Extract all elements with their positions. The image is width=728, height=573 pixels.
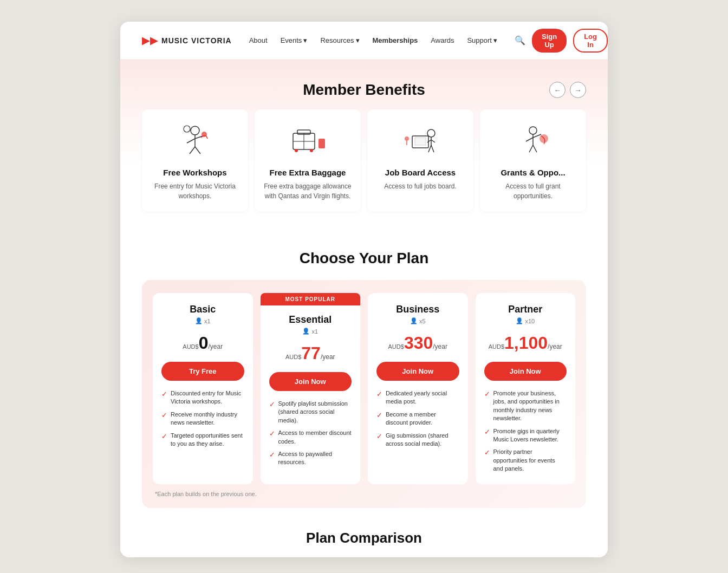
hero-section: Member Benefits ← →	[120, 60, 608, 233]
feature-text: Discounted entry for Music Victoria work…	[171, 389, 244, 406]
workshops-illustration	[151, 122, 239, 160]
plan-btn-business[interactable]: Join Now	[376, 362, 459, 381]
plan-name-essential: Essential	[269, 314, 352, 325]
price-amount-partner: 1,100	[504, 333, 548, 353]
svg-point-17	[427, 129, 435, 137]
plan-card-partner: Partner 👤 x10 AUD$1,100/year Join Now ✓ …	[476, 293, 576, 484]
chevron-down-icon: ▾	[303, 36, 307, 44]
feature-text: Promote your business, jobs, and opportu…	[493, 389, 567, 423]
svg-point-0	[191, 126, 199, 135]
plan-feature: ✓ Promote your business, jobs, and oppor…	[484, 389, 567, 423]
comparison-section: Plan Comparison	[120, 519, 608, 557]
plan-btn-essential[interactable]: Join Now	[269, 372, 352, 391]
plan-users-essential: 👤 x1	[269, 328, 352, 335]
nav-awards[interactable]: Awards	[431, 36, 454, 44]
plan-feature: ✓ Spotify playlist submission (shared ac…	[269, 400, 352, 425]
nav-resources[interactable]: Resources ▾	[320, 36, 359, 44]
carousel-arrows: ← →	[549, 82, 586, 98]
plan-features-basic: ✓ Discounted entry for Music Victoria wo…	[161, 389, 244, 448]
baggage-illustration	[263, 122, 352, 160]
plan-btn-basic[interactable]: Try Free	[161, 362, 244, 381]
svg-line-20	[431, 140, 435, 142]
check-icon: ✓	[269, 429, 275, 439]
logo-icon: ▶▶	[142, 35, 158, 47]
price-amount-basic: 0	[199, 333, 209, 353]
price-amount-essential: 77	[301, 343, 321, 363]
plan-feature: ✓ Priority partner opportunities for eve…	[484, 448, 567, 473]
feature-text: Priority partner opportunities for event…	[493, 448, 567, 473]
check-icon: ✓	[484, 389, 490, 399]
plan-feature: ✓ Discounted entry for Music Victoria wo…	[161, 389, 244, 406]
signup-button[interactable]: Sign Up	[532, 29, 567, 53]
check-icon: ✓	[161, 432, 167, 441]
comparison-title: Plan Comparison	[142, 530, 586, 546]
benefit-title-2: Job Board Access	[376, 168, 465, 177]
check-icon: ✓	[484, 448, 490, 458]
plan-price-basic: AUD$0/year	[161, 333, 244, 353]
check-icon: ✓	[484, 427, 490, 437]
next-arrow-button[interactable]: →	[570, 82, 586, 98]
plan-feature: ✓ Dedicated yearly social media post.	[376, 389, 459, 406]
prev-arrow-button[interactable]: ←	[549, 82, 566, 98]
chevron-down-icon: ▾	[356, 36, 360, 44]
nav-memberships[interactable]: Memberships	[373, 36, 418, 44]
feature-text: Dedicated yearly social media post.	[386, 389, 459, 406]
plan-card-basic: Basic 👤 x1 AUD$0/year Try Free ✓ Discoun…	[153, 293, 253, 484]
jobs-illustration	[376, 122, 465, 160]
feature-text: Access to member discount codes.	[278, 429, 352, 446]
feature-text: Access to paywalled resources.	[278, 450, 352, 467]
benefit-title-1: Free Extra Baggage	[263, 168, 352, 177]
plan-feature: ✓ Access to member discount codes.	[269, 429, 352, 446]
plan-section: Choose Your Plan Basic 👤 x1 AUD$0/year T…	[120, 233, 608, 519]
plan-section-title: Choose Your Plan	[142, 250, 586, 267]
svg-rect-16	[415, 138, 426, 145]
user-icon: 👤	[410, 317, 418, 324]
feature-text: Become a member discount provider.	[386, 411, 459, 427]
user-icon: 👤	[195, 317, 203, 324]
plan-price-partner: AUD$1,100/year	[484, 333, 567, 353]
benefit-desc-1: Free extra baggage allowance with Qantas…	[263, 181, 352, 201]
logo: ▶▶ MUSIC VICTORIA	[142, 35, 232, 47]
plan-feature: ✓ Targeted opportunities sent to you as …	[161, 432, 244, 448]
plan-name-basic: Basic	[161, 304, 244, 315]
svg-line-30	[533, 145, 537, 152]
svg-line-19	[427, 140, 431, 142]
plan-feature: ✓ Receive monthly industry news newslett…	[161, 411, 244, 427]
price-currency-basic: AUD$	[183, 343, 198, 350]
plan-note: *Each plan builds on the previous one.	[153, 491, 575, 497]
check-icon: ✓	[376, 432, 382, 441]
check-icon: ✓	[269, 450, 275, 460]
svg-line-5	[195, 147, 200, 154]
feature-text: Targeted opportunities sent to you as th…	[171, 432, 244, 448]
popular-badge: MOST POPULAR	[261, 293, 361, 305]
benefit-card-baggage: Free Extra Baggage Free extra baggage al…	[255, 109, 361, 212]
svg-line-27	[526, 138, 533, 141]
plan-btn-partner[interactable]: Join Now	[484, 362, 567, 381]
benefit-card-grants: Grants & Oppo... Access to full grant op…	[480, 109, 586, 212]
benefit-title-3: Grants & Oppo...	[489, 168, 577, 177]
price-period-essential: /year	[321, 353, 335, 361]
user-icon: 👤	[516, 317, 523, 324]
plan-features-essential: ✓ Spotify playlist submission (shared ac…	[269, 400, 352, 467]
svg-line-4	[190, 147, 195, 154]
benefit-desc-0: Free entry for Music Victoria workshops.	[151, 181, 239, 201]
feature-text: Promote gigs in quarterly Music Lovers n…	[493, 427, 567, 444]
nav-links: About Events ▾ Resources ▾ Memberships A…	[249, 36, 497, 44]
svg-point-13	[310, 149, 313, 152]
chevron-down-icon: ▾	[493, 36, 497, 44]
price-period-partner: /year	[548, 343, 562, 350]
search-icon[interactable]: 🔍	[515, 35, 525, 45]
plan-users-partner: 👤 x10	[484, 317, 567, 324]
benefits-header: Member Benefits ← →	[142, 81, 586, 99]
login-button[interactable]: Log In	[573, 29, 608, 53]
plan-card-essential: MOST POPULAR Essential 👤 x1 AUD$77/year …	[261, 293, 361, 484]
plan-price-business: AUD$330/year	[376, 333, 459, 353]
nav-events[interactable]: Events ▾	[281, 36, 308, 44]
benefit-card-jobs: Job Board Access Access to full jobs boa…	[367, 109, 473, 212]
plan-users-basic: 👤 x1	[161, 317, 244, 324]
nav-support[interactable]: Support ▾	[467, 36, 497, 44]
price-period-business: /year	[433, 343, 447, 350]
check-icon: ✓	[161, 389, 167, 399]
check-icon: ✓	[161, 411, 167, 420]
nav-about[interactable]: About	[249, 36, 268, 44]
